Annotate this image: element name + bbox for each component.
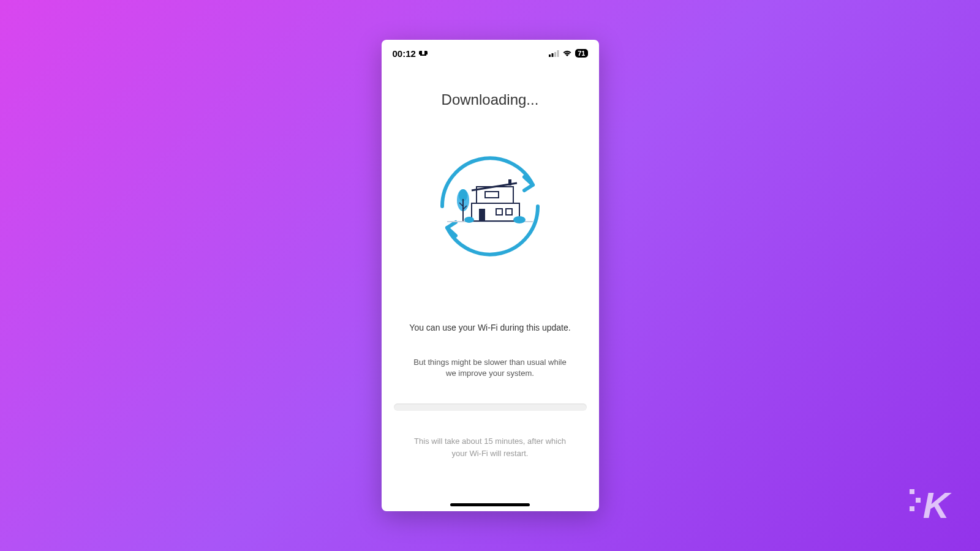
svg-rect-2 [554,52,556,57]
home-indicator[interactable] [450,503,530,506]
cellular-signal-icon [549,48,559,59]
screen-content: Downloading... [382,67,599,511]
watermark-logo: K [910,484,949,527]
battery-level-badge: 71 [575,49,587,58]
svg-point-19 [513,216,526,223]
footer-text: This will take about 15 minutes, after w… [394,435,587,459]
status-bar-left: 00:12 [393,48,428,59]
svg-rect-3 [557,50,559,57]
status-time: 00:12 [393,48,416,59]
svg-point-18 [464,217,474,223]
house-refresh-icon [410,127,570,286]
wifi-icon [562,48,572,59]
info-secondary-text: But things might be slower than usual wh… [394,357,587,379]
info-primary-text: You can use your Wi-Fi during this updat… [403,323,576,332]
svg-rect-10 [479,209,485,221]
status-bar: 00:12 71 [382,40,599,67]
watermark-letter: K [923,484,949,527]
svg-rect-0 [549,54,551,57]
phone-frame: 00:12 71 [382,40,599,511]
status-bar-right: 71 [549,48,587,59]
watermark-dots-icon [910,489,921,511]
page-title: Downloading... [442,91,539,108]
alarm-icon [418,48,428,59]
svg-rect-8 [508,179,511,186]
svg-rect-1 [552,53,554,57]
progress-bar [394,403,587,411]
